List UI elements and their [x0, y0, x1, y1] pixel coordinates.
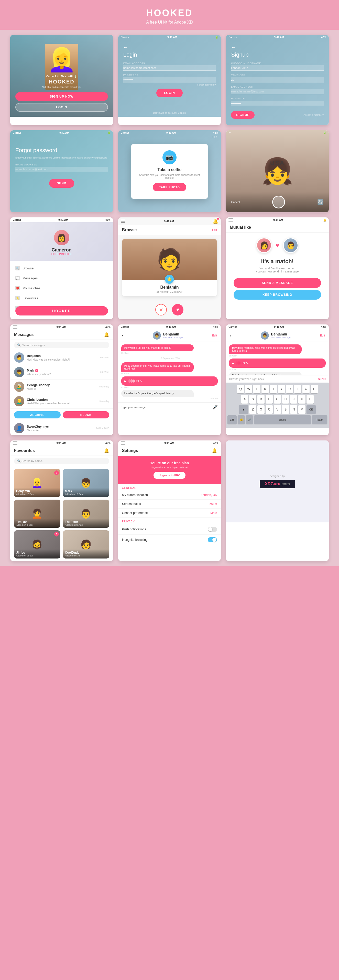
username-input[interactable] — [231, 65, 324, 71]
chat-edit[interactable]: Edit — [212, 334, 217, 337]
mic-icon[interactable]: 🎤 — [212, 405, 218, 409]
message-item-george[interactable]: 👨‍🦳 GeorgeClooney Hello! :) Yesterday — [10, 380, 113, 394]
keep-browsing-button[interactable]: KEEP BROWSING — [234, 290, 321, 300]
fav-card-tim[interactable]: 🧑‍🦱 Tim_89 Added on 3 Sep — [14, 500, 60, 528]
fav-card-thepeter[interactable]: 👨 ThePeter Added on 22 Aug — [63, 500, 109, 528]
block-button[interactable]: BLOCK — [63, 411, 109, 418]
key-d[interactable]: D — [257, 395, 265, 404]
key-g[interactable]: G — [274, 395, 281, 404]
browse-edit[interactable]: Edit — [212, 228, 217, 231]
age-input[interactable] — [231, 77, 324, 83]
upgrade-button[interactable]: Upgrade to PRO — [154, 472, 185, 479]
message-item-benjamin[interactable]: 👨 Benjamin Hey! How was the concert last… — [10, 350, 113, 365]
send-button-chat2[interactable]: SEND — [318, 377, 326, 380]
key-c[interactable]: C — [266, 405, 273, 414]
dislike-button[interactable]: ✕ — [155, 304, 167, 315]
signup-back[interactable]: ← — [231, 43, 324, 51]
key-p[interactable]: P — [310, 385, 318, 393]
key-n[interactable]: N — [290, 405, 297, 414]
key-r[interactable]: R — [261, 385, 269, 393]
like-button[interactable]: ♥ — [172, 304, 184, 315]
message-item-mark[interactable]: 👦 Mark ✓ Where are you from? 09:22am — [10, 365, 113, 380]
key-x[interactable]: X — [257, 405, 265, 414]
gender-row[interactable]: Gender preference Male — [118, 509, 221, 517]
key-delete[interactable]: ⌫ — [307, 405, 316, 414]
key-j[interactable]: J — [290, 395, 297, 404]
key-m[interactable]: M — [298, 405, 306, 414]
email-input[interactable] — [123, 65, 216, 71]
fav-card-jimbo[interactable]: 🧔 Jimbo Added on 18 Jul 3 — [14, 530, 60, 558]
hamburger-icon[interactable] — [121, 220, 125, 223]
chat2-back[interactable]: ‹ — [230, 333, 231, 338]
settings-hamburger[interactable] — [121, 441, 125, 445]
incognito-toggle[interactable] — [208, 537, 217, 542]
key-w[interactable]: W — [245, 385, 252, 393]
key-o[interactable]: O — [303, 385, 310, 393]
fav-hamburger[interactable] — [13, 441, 17, 445]
hooked-button[interactable]: HOOKED — [15, 306, 108, 315]
key-b[interactable]: B — [282, 405, 289, 414]
messages-hamburger[interactable] — [13, 326, 17, 329]
match-bell[interactable]: 🔔 — [323, 219, 326, 221]
flip-icon[interactable]: 🔄 — [317, 199, 324, 205]
login-button[interactable]: LOGIN — [15, 103, 108, 111]
login-submit-button[interactable]: LOGIN — [156, 89, 183, 97]
key-f[interactable]: F — [266, 395, 273, 404]
match-hamburger[interactable] — [228, 218, 233, 221]
send-message-button[interactable]: SEND A MESSAGE — [234, 278, 321, 288]
key-mic[interactable]: 🎤 — [246, 415, 253, 424]
signup-password-input[interactable] — [231, 101, 324, 106]
chat2-edit[interactable]: Edit — [320, 334, 325, 337]
send-button[interactable]: SEND — [49, 179, 74, 188]
back-arrow[interactable]: ← — [123, 43, 216, 51]
push-toggle[interactable] — [208, 527, 217, 532]
chat2-input[interactable] — [229, 377, 316, 380]
signup-button[interactable]: SIGNUP — [231, 111, 255, 119]
key-u[interactable]: U — [286, 385, 293, 393]
key-e[interactable]: E — [253, 385, 260, 393]
forgot-email-input[interactable] — [15, 167, 108, 172]
forgot-back[interactable]: ← — [15, 139, 108, 147]
archive-button[interactable]: ARCHIVE — [14, 411, 61, 418]
radius-row[interactable]: Search radius 50km — [118, 500, 221, 509]
key-l[interactable]: L — [307, 395, 314, 404]
signup-email-input[interactable] — [231, 89, 324, 94]
password-input[interactable] — [123, 77, 216, 83]
chat-back[interactable]: ‹ — [122, 333, 123, 338]
menu-item-matches[interactable]: ❤️ My matches — [15, 283, 108, 293]
key-y[interactable]: Y — [278, 385, 285, 393]
menu-item-browse[interactable]: 🔍 Browse — [15, 263, 108, 273]
message-item-chris[interactable]: 👱‍♂️ Chris_London Yeah I'll let you know… — [10, 394, 113, 409]
key-k[interactable]: K — [298, 395, 306, 404]
fav-card-mark[interactable]: 👦 Mark Added on 12 Sep — [63, 469, 109, 497]
chat-input[interactable] — [121, 406, 211, 409]
location-row[interactable]: My current location London, UK — [118, 491, 221, 500]
key-emoji[interactable]: 😊 — [238, 415, 245, 424]
key-num[interactable]: 123 — [227, 415, 237, 424]
menu-item-favourites[interactable]: ⭐ Favourites — [15, 293, 108, 303]
fav-card-benjamin[interactable]: 👱‍♀️ Benjamin Added on 13 Sep 2 — [14, 469, 60, 497]
messages-search[interactable]: 🔍 Search messages — [14, 342, 109, 348]
cancel-label[interactable]: Cancel — [231, 200, 240, 204]
edit-profile-link[interactable]: EDIT PROFILE — [15, 253, 108, 256]
skip-button[interactable]: Skip — [212, 135, 217, 138]
signup-button[interactable]: SIGN UP NOW — [15, 92, 108, 101]
key-space[interactable]: space — [254, 415, 311, 424]
bell-icon[interactable]: 🔔 — [212, 218, 218, 224]
key-t[interactable]: T — [270, 385, 277, 393]
message-item-sweetguy[interactable]: 👤 SweetGuy_nyc Nice smile! 24 Dec 2016 — [10, 421, 113, 435]
key-s[interactable]: S — [249, 395, 257, 404]
menu-item-messages[interactable]: 💬 Messages — [15, 273, 108, 283]
forgot-password-link[interactable]: Forgot password? — [123, 83, 216, 86]
key-return[interactable]: Return — [312, 415, 327, 424]
key-z[interactable]: Z — [249, 405, 257, 414]
take-photo-button[interactable]: TAKE PHOTO — [153, 183, 186, 191]
login-bottom-text[interactable]: Don't have an account? Sign up — [118, 109, 221, 117]
chat2-voice[interactable]: ▶ 09:27 — [229, 358, 326, 368]
key-v[interactable]: V — [274, 405, 281, 414]
capture-button[interactable] — [272, 196, 285, 208]
voice-bubble[interactable]: ▶ 09:27 — [121, 376, 218, 386]
fav-search[interactable]: 🔍 Search by name... — [14, 458, 109, 464]
fav-card-cooldude[interactable]: 🧑 CoolDude Added on 5 Jul — [63, 530, 109, 558]
key-i[interactable]: I — [294, 385, 301, 393]
